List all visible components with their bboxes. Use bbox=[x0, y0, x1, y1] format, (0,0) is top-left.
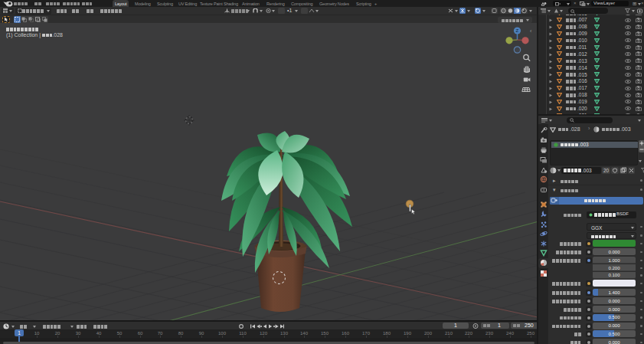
svg-text:Z: Z bbox=[515, 28, 518, 33]
